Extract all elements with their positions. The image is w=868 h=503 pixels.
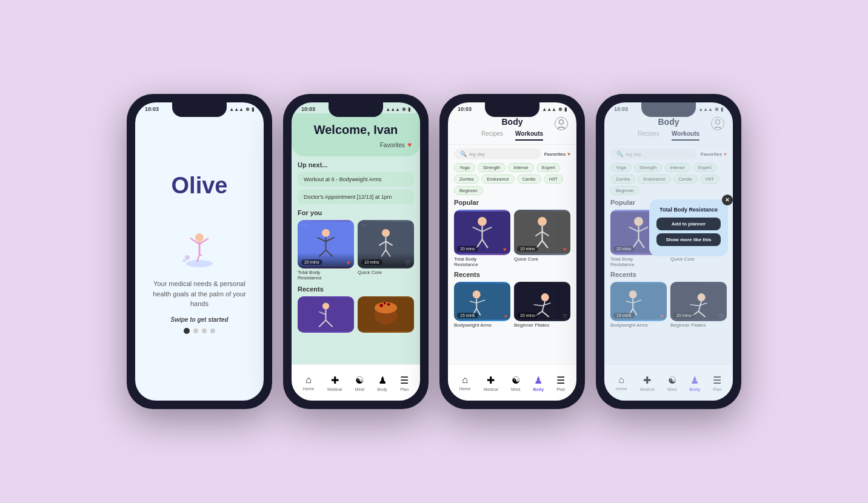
- favorites-label-3[interactable]: Favorites ♥: [544, 152, 570, 157]
- nav-plan-3[interactable]: ☰ Plan: [556, 375, 565, 391]
- dot-4[interactable]: [210, 328, 215, 333]
- nav-medical-3[interactable]: ✚ Medical: [484, 375, 498, 391]
- card-label-1: Total BodyResistance: [298, 270, 354, 281]
- bottom-nav-3: ⌂ Home ✚ Medical ☯ Mind ♟ Body: [448, 364, 576, 401]
- rec-mins-2: 20 mins: [517, 308, 538, 319]
- popular-card-1[interactable]: 20 mins ♥: [454, 210, 510, 255]
- tag-intense-3[interactable]: Intense: [508, 163, 534, 172]
- nav-home-3[interactable]: ⌂ Home: [459, 375, 471, 391]
- tag-endurance-3[interactable]: Endurance: [481, 175, 514, 184]
- search-box-3[interactable]: 🔍 leg day: [454, 148, 541, 159]
- tag-hiit-3[interactable]: HIIT: [544, 175, 563, 184]
- add-to-planner-button[interactable]: Add to planner: [656, 218, 721, 230]
- phone-4: 10:03 ▲▲▲ ⊛ ▮ Body: [596, 94, 741, 409]
- welcome-content: Up next... Workout at 6 - Bodyweight Arm…: [292, 156, 420, 393]
- recents-grid-3: 15 mins ♥ Bodyweight Arms: [454, 282, 570, 328]
- status-bar-1: 10:03 ▲▲▲ ⊛ ▮: [135, 102, 264, 113]
- recent-wrapper-2[interactable]: 20 mins ♡ Beginner Pilates: [514, 282, 570, 328]
- heart-icon: ♥: [407, 141, 412, 149]
- tag-cardio-3[interactable]: Cardio: [517, 175, 541, 184]
- card-heart-2[interactable]: ♡: [405, 259, 410, 266]
- avatar-icon-3: [555, 118, 567, 130]
- for-you-card-2[interactable]: ··· 10 mins ♡ Quick Core: [358, 220, 414, 281]
- home-icon-3: ⌂: [462, 375, 468, 385]
- for-you-card-1[interactable]: ··· 20 mins ♥ Total BodyResistance: [298, 220, 354, 281]
- card-heart-1[interactable]: ♥: [347, 259, 350, 266]
- workout-card-yoga[interactable]: ··· 20 mins ♥: [298, 220, 354, 268]
- signal-icons-1: ▲▲▲ ⊛ ▮: [229, 107, 254, 112]
- phone-3-screen: 10:03 ▲▲▲ ⊛ ▮ Body: [448, 102, 576, 401]
- body-screen-3: Body Recipes Workouts 🔍: [448, 113, 576, 393]
- nav-plan-2[interactable]: ☰ Plan: [400, 375, 409, 391]
- favorites-button[interactable]: Favorites ♥: [300, 141, 412, 149]
- nav-mind-2[interactable]: ☯ Mind: [355, 375, 364, 391]
- splash-illustration: [169, 212, 230, 273]
- popular-card-wrapper-2[interactable]: 10 mins ♥ Quick Core: [514, 210, 570, 267]
- time-3: 10:03: [458, 106, 472, 112]
- nav-mind-3[interactable]: ☯ Mind: [511, 375, 520, 391]
- upcoming-item-2[interactable]: Doctor's Appointment [12/13] at 1pm: [298, 190, 414, 204]
- svg-point-33: [387, 303, 390, 306]
- rec-mins-1: 15 mins: [457, 308, 478, 319]
- wifi-2: ⊛: [402, 107, 406, 112]
- phone-2-screen: 10:03 ▲▲▲ ⊛ ▮ Welcome, Ivan Favorites ♥ …: [292, 102, 420, 401]
- fav-text-3: Favorites: [544, 152, 566, 157]
- popup-overlay[interactable]: ✕ Total Body Resistance Add to planner S…: [604, 102, 733, 401]
- avatar-3[interactable]: [555, 117, 568, 130]
- upcoming-item-1[interactable]: Workout at 6 - Bodyweight Arms: [298, 172, 414, 187]
- card-overlay-1: 20 mins: [298, 253, 354, 268]
- pop-mins-1: 20 mins: [457, 242, 478, 253]
- nav-mind-label-2: Mind: [355, 387, 364, 391]
- phone-4-screen: 10:03 ▲▲▲ ⊛ ▮ Body: [604, 102, 733, 401]
- phone-1: 10:03 ▲▲▲ ⊛ ▮ Olive: [127, 94, 272, 409]
- popup-title: Total Body Resistance: [656, 207, 721, 213]
- time-1: 10:03: [145, 106, 159, 112]
- popular-grid-3: 20 mins ♥ Total BodyResistance: [454, 210, 570, 267]
- pagination-dots: [184, 328, 215, 334]
- svg-point-44: [538, 217, 547, 226]
- recent-card-1[interactable]: [298, 296, 354, 333]
- nav-home-label-2: Home: [303, 387, 315, 391]
- popular-card-wrapper-1[interactable]: 20 mins ♥ Total BodyResistance: [454, 210, 510, 267]
- tab-workouts-3[interactable]: Workouts: [515, 130, 543, 141]
- recent-card-3-2[interactable]: 20 mins ♡: [514, 282, 570, 321]
- dot-1[interactable]: [184, 328, 190, 334]
- signal-3: ▲▲▲: [542, 107, 556, 112]
- recents-title-2: Recents: [298, 285, 414, 293]
- recents-title-3: Recents: [454, 271, 570, 278]
- recent-card-2[interactable]: [358, 296, 414, 333]
- pop-heart-1[interactable]: ♥: [503, 246, 507, 253]
- rec-heart-2[interactable]: ♡: [563, 313, 567, 319]
- svg-point-34: [384, 302, 386, 305]
- recent-card-3-1[interactable]: 15 mins ♥: [454, 282, 510, 321]
- recent-wrapper-1[interactable]: 15 mins ♥ Bodyweight Arms: [454, 282, 510, 328]
- tag-strength-3[interactable]: Strength: [478, 163, 506, 172]
- search-placeholder-3: leg day: [469, 152, 485, 157]
- popup-close-button[interactable]: ✕: [722, 195, 733, 205]
- signal-icons-2: ▲▲▲ ⊛ ▮: [386, 107, 410, 112]
- tab-recipes-3[interactable]: Recipes: [481, 130, 503, 141]
- dot-2[interactable]: [193, 328, 198, 333]
- muffin-img: [358, 296, 414, 333]
- show-more-button[interactable]: Show more like this: [656, 233, 721, 246]
- nav-body-3[interactable]: ♟ Body: [533, 375, 544, 391]
- tag-yoga-3[interactable]: Yoga: [454, 163, 475, 172]
- status-bar-2: 10:03 ▲▲▲ ⊛ ▮: [292, 102, 420, 113]
- for-you-title: For you: [298, 209, 414, 216]
- nav-medical-2[interactable]: ✚ Medical: [327, 375, 342, 391]
- tag-zumba-3[interactable]: Zumba: [454, 175, 479, 184]
- nav-body-2[interactable]: ♟ Body: [378, 375, 387, 391]
- plan-icon-3: ☰: [556, 375, 565, 386]
- svg-point-32: [379, 304, 383, 307]
- nav-home-2[interactable]: ⌂ Home: [303, 375, 315, 391]
- rec-heart-1[interactable]: ♥: [504, 313, 507, 319]
- tag-expert-3[interactable]: Expert: [536, 163, 561, 172]
- workout-card-strength[interactable]: ··· 10 mins ♡: [358, 220, 414, 268]
- pop-heart-2[interactable]: ♥: [563, 246, 567, 253]
- welcome-header: Welcome, Ivan Favorites ♥: [292, 113, 420, 156]
- popular-card-2[interactable]: 10 mins ♥: [514, 210, 570, 255]
- body-title-3: Body: [502, 117, 523, 127]
- tag-beginner-3[interactable]: Beginner: [454, 186, 483, 195]
- dot-3[interactable]: [202, 328, 207, 333]
- svg-point-8: [183, 259, 186, 262]
